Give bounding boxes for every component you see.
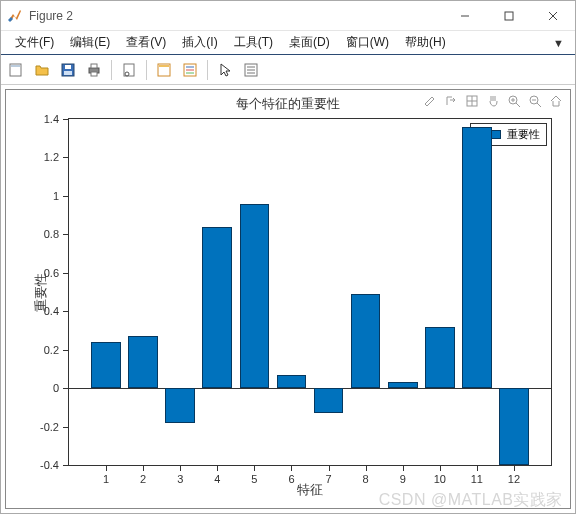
zero-line xyxy=(69,388,551,389)
bar xyxy=(240,204,270,389)
y-tick xyxy=(63,157,69,158)
separator xyxy=(111,60,112,80)
bar xyxy=(351,294,381,388)
y-tick-label: 1.2 xyxy=(25,151,59,163)
x-tick xyxy=(180,465,181,471)
menu-desktop[interactable]: 桌面(D) xyxy=(281,32,338,53)
x-tick-label: 8 xyxy=(363,473,369,485)
matlab-icon xyxy=(7,8,23,24)
bar xyxy=(202,227,232,388)
axes-toolbar xyxy=(422,93,564,109)
x-tick-label: 1 xyxy=(103,473,109,485)
y-tick-label: 0.2 xyxy=(25,344,59,356)
y-tick xyxy=(63,234,69,235)
y-tick-label: 1.4 xyxy=(25,113,59,125)
x-tick xyxy=(514,465,515,471)
menu-file[interactable]: 文件(F) xyxy=(7,32,62,53)
svg-line-32 xyxy=(537,103,541,107)
close-button[interactable] xyxy=(531,1,575,31)
y-tick xyxy=(63,465,69,466)
link-axes-button[interactable] xyxy=(153,59,175,81)
y-tick xyxy=(63,311,69,312)
open-file-button[interactable] xyxy=(31,59,53,81)
data-cursor-button[interactable] xyxy=(240,59,262,81)
x-tick-label: 5 xyxy=(251,473,257,485)
menu-tools[interactable]: 工具(T) xyxy=(226,32,281,53)
titlebar: Figure 2 xyxy=(1,1,575,31)
insert-legend-button[interactable] xyxy=(179,59,201,81)
x-tick-label: 10 xyxy=(434,473,446,485)
separator xyxy=(207,60,208,80)
plot-panel: 每个特征的重要性 重要性 重要性 特征 -0.4-0.200.20.40.60.… xyxy=(5,89,571,509)
pointer-button[interactable] xyxy=(214,59,236,81)
plot-container: 每个特征的重要性 重要性 重要性 特征 -0.4-0.200.20.40.60.… xyxy=(1,85,575,513)
bar xyxy=(277,375,307,388)
print-button[interactable] xyxy=(83,59,105,81)
bar xyxy=(91,342,121,388)
svg-rect-10 xyxy=(91,64,97,68)
x-tick xyxy=(403,465,404,471)
home-icon[interactable] xyxy=(548,93,564,109)
y-tick xyxy=(63,273,69,274)
maximize-button[interactable] xyxy=(487,1,531,31)
separator xyxy=(146,60,147,80)
x-tick xyxy=(106,465,107,471)
bar xyxy=(165,388,195,423)
export-icon[interactable] xyxy=(443,93,459,109)
x-tick xyxy=(254,465,255,471)
svg-line-28 xyxy=(516,103,520,107)
x-tick-label: 11 xyxy=(471,473,483,485)
y-tick xyxy=(63,196,69,197)
menu-edit[interactable]: 编辑(E) xyxy=(62,32,118,53)
y-tick xyxy=(63,388,69,389)
brush-icon[interactable] xyxy=(422,93,438,109)
y-tick-label: -0.2 xyxy=(25,421,59,433)
y-tick xyxy=(63,350,69,351)
menu-view[interactable]: 查看(V) xyxy=(118,32,174,53)
x-tick-label: 2 xyxy=(140,473,146,485)
x-tick xyxy=(477,465,478,471)
bar xyxy=(388,382,418,388)
x-tick xyxy=(143,465,144,471)
svg-rect-5 xyxy=(11,65,20,67)
menubar: 文件(F) 编辑(E) 查看(V) 插入(I) 工具(T) 桌面(D) 窗口(W… xyxy=(1,31,575,55)
x-tick-label: 9 xyxy=(400,473,406,485)
bar xyxy=(462,127,492,388)
menu-window[interactable]: 窗口(W) xyxy=(338,32,397,53)
page-setup-button[interactable] xyxy=(118,59,140,81)
minimize-button[interactable] xyxy=(443,1,487,31)
new-figure-button[interactable] xyxy=(5,59,27,81)
x-tick-label: 7 xyxy=(325,473,331,485)
menu-insert[interactable]: 插入(I) xyxy=(174,32,225,53)
window-controls xyxy=(443,1,575,31)
y-tick-label: 0.4 xyxy=(25,305,59,317)
menu-help[interactable]: 帮助(H) xyxy=(397,32,454,53)
bar xyxy=(425,327,455,389)
bar xyxy=(499,388,529,465)
y-tick xyxy=(63,119,69,120)
x-tick xyxy=(329,465,330,471)
legend-label: 重要性 xyxy=(507,127,540,142)
save-button[interactable] xyxy=(57,59,79,81)
bar xyxy=(314,388,344,413)
toolbar xyxy=(1,55,575,85)
x-tick xyxy=(291,465,292,471)
bar xyxy=(128,336,158,388)
data-cursor-icon[interactable] xyxy=(464,93,480,109)
y-tick-label: -0.4 xyxy=(25,459,59,471)
menu-overflow-icon[interactable]: ▼ xyxy=(553,37,569,49)
svg-rect-1 xyxy=(505,12,513,20)
zoom-in-icon[interactable] xyxy=(506,93,522,109)
zoom-out-icon[interactable] xyxy=(527,93,543,109)
x-tick-label: 3 xyxy=(177,473,183,485)
y-tick-label: 0 xyxy=(25,382,59,394)
svg-rect-15 xyxy=(159,65,169,67)
pan-icon[interactable] xyxy=(485,93,501,109)
svg-rect-8 xyxy=(64,71,72,75)
x-tick-label: 6 xyxy=(288,473,294,485)
axes[interactable]: 重要性 重要性 特征 -0.4-0.200.20.40.60.811.21.41… xyxy=(68,118,552,466)
y-tick xyxy=(63,427,69,428)
x-tick xyxy=(217,465,218,471)
figure-window: Figure 2 文件(F) 编辑(E) 查看(V) 插入(I) 工具(T) 桌… xyxy=(0,0,576,514)
window-title: Figure 2 xyxy=(29,9,73,23)
